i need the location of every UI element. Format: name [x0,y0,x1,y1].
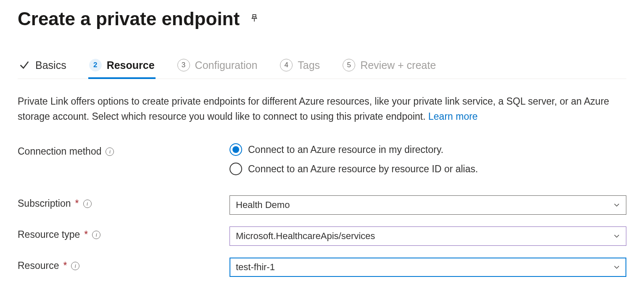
description-text: Private Link offers options to create pr… [18,94,626,124]
radio-connect-resource-id[interactable]: Connect to an Azure resource by resource… [230,163,626,175]
tab-basics[interactable]: Basics [18,55,67,79]
tab-label: Basics [35,59,66,71]
tab-label: Resource [107,59,155,71]
required-indicator: * [75,198,79,209]
chevron-down-icon [613,264,620,271]
required-indicator: * [84,229,88,240]
info-icon[interactable]: i [92,231,100,239]
info-icon[interactable]: i [106,147,114,156]
radio-icon [230,143,242,156]
subscription-label: Subscription [18,198,71,209]
select-value: test-fhir-1 [236,262,275,273]
pin-icon[interactable] [250,13,259,24]
radio-icon [230,163,242,175]
connection-method-radio-group: Connect to an Azure resource in my direc… [230,143,626,175]
resource-type-label: Resource type [18,229,80,240]
tab-label: Tags [298,59,320,71]
select-value: Microsoft.HealthcareApis/services [236,231,375,242]
chevron-down-icon [613,233,620,239]
resource-label: Resource [18,260,59,271]
tab-number: 4 [280,59,293,71]
required-indicator: * [63,260,67,271]
tab-number: 2 [89,59,102,71]
tab-tags[interactable]: 4 Tags [279,55,321,79]
resource-type-select[interactable]: Microsoft.HealthcareApis/services [230,226,626,246]
tab-configuration[interactable]: 3 Configuration [177,55,259,79]
check-icon [18,59,30,71]
tab-label: Configuration [195,59,258,71]
radio-label: Connect to an Azure resource by resource… [248,163,478,175]
tab-label: Review + create [360,59,436,71]
resource-select[interactable]: test-fhir-1 [230,258,626,277]
learn-more-link[interactable]: Learn more [428,111,478,122]
chevron-down-icon [613,202,620,208]
radio-connect-directory[interactable]: Connect to an Azure resource in my direc… [230,143,626,156]
select-value: Health Demo [236,200,290,211]
subscription-select[interactable]: Health Demo [230,195,626,215]
page-title: Create a private endpoint [18,8,240,29]
svg-rect-0 [253,15,256,17]
tab-number: 5 [343,59,355,71]
info-icon[interactable]: i [71,262,79,270]
tab-review-create[interactable]: 5 Review + create [342,55,437,79]
info-icon[interactable]: i [83,200,92,208]
tab-number: 3 [177,59,190,71]
radio-label: Connect to an Azure resource in my direc… [248,144,443,155]
connection-method-label: Connection method [18,146,101,157]
wizard-tabs: Basics 2 Resource 3 Configuration 4 Tags… [18,55,626,79]
tab-resource[interactable]: 2 Resource [88,55,156,79]
